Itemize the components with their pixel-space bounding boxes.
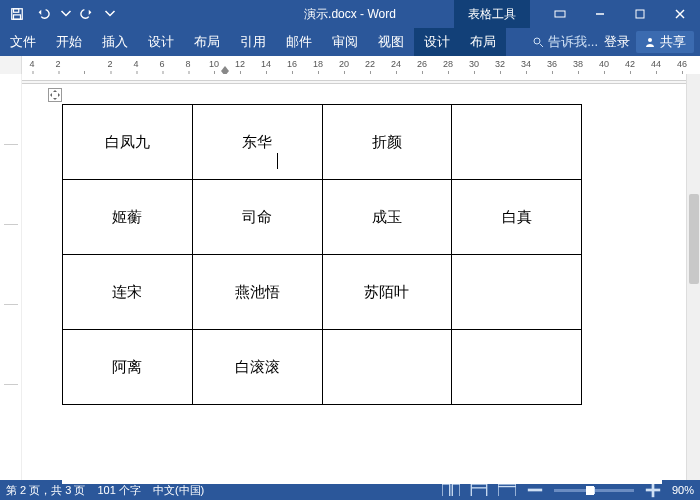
sign-in-link[interactable]: 登录 — [604, 33, 630, 51]
zoom-in-button[interactable] — [644, 483, 662, 497]
ribbon-tabs: 文件 开始 插入 设计 布局 引用 邮件 审阅 视图 设计 布局 告诉我... … — [0, 28, 700, 56]
ruler-tick: 34 — [521, 59, 531, 69]
table-row[interactable]: 连宋 燕池悟 苏陌叶 — [63, 255, 582, 330]
window-title: 演示.docx - Word — [304, 6, 396, 23]
qat-customize-icon[interactable] — [104, 8, 116, 20]
ruler-tick: 4 — [133, 59, 138, 69]
ruler-tick: 44 — [651, 59, 661, 69]
ruler-tick: 2 — [107, 59, 112, 69]
web-layout-button[interactable] — [498, 483, 516, 497]
table-cell[interactable]: 姬蘅 — [63, 180, 193, 255]
title-bar: 演示.docx - Word 表格工具 — [0, 0, 700, 28]
table-cell[interactable]: 折颜 — [322, 105, 452, 180]
ruler-tick: 38 — [573, 59, 583, 69]
table-cell[interactable]: 白滚滚 — [192, 330, 322, 405]
undo-dropdown-icon[interactable] — [60, 8, 72, 20]
table-cell[interactable]: 阿离 — [63, 330, 193, 405]
ruler-tick: 26 — [417, 59, 427, 69]
tab-insert[interactable]: 插入 — [92, 28, 138, 56]
tab-design[interactable]: 设计 — [138, 28, 184, 56]
svg-point-8 — [534, 38, 540, 44]
svg-rect-2 — [14, 15, 21, 19]
table-cell[interactable] — [452, 330, 582, 405]
table-cell[interactable]: 成玉 — [322, 180, 452, 255]
tab-file[interactable]: 文件 — [0, 28, 46, 56]
tab-layout[interactable]: 布局 — [184, 28, 230, 56]
horizontal-ruler[interactable]: 4224681012141618202224262830323436384042… — [22, 56, 700, 74]
share-button[interactable]: 共享 — [636, 31, 694, 53]
share-label: 共享 — [660, 33, 686, 51]
table-row[interactable]: 姬蘅 司命 成玉 白真 — [63, 180, 582, 255]
scrollbar-thumb[interactable] — [689, 194, 699, 284]
language-status[interactable]: 中文(中国) — [153, 483, 204, 498]
tab-stop-marker[interactable] — [218, 69, 226, 74]
ruler-corner — [0, 56, 22, 74]
svg-rect-13 — [471, 484, 486, 497]
table-cell[interactable]: 连宋 — [63, 255, 193, 330]
window-controls — [540, 0, 700, 28]
table-row[interactable]: 白凤九 东华 折颜 — [63, 105, 582, 180]
table-cell[interactable]: 苏陌叶 — [322, 255, 452, 330]
ruler-tick: 6 — [159, 59, 164, 69]
ruler-tick: 12 — [235, 59, 245, 69]
ruler-tick: 22 — [365, 59, 375, 69]
table-cell[interactable]: 司命 — [192, 180, 322, 255]
ruler-tick: 18 — [313, 59, 323, 69]
tab-view[interactable]: 视图 — [368, 28, 414, 56]
svg-rect-3 — [555, 11, 565, 17]
svg-line-9 — [540, 44, 543, 47]
ribbon-display-button[interactable] — [540, 0, 580, 28]
vertical-scrollbar[interactable] — [686, 74, 700, 480]
page-count[interactable]: 第 2 页，共 3 页 — [6, 483, 85, 498]
word-count[interactable]: 101 个字 — [97, 483, 140, 498]
ruler-tick: 2 — [55, 59, 60, 69]
tab-table-design[interactable]: 设计 — [414, 28, 460, 56]
tab-references[interactable]: 引用 — [230, 28, 276, 56]
save-button[interactable] — [6, 3, 28, 25]
table-move-handle[interactable] — [48, 88, 62, 102]
print-layout-button[interactable] — [470, 483, 488, 497]
ruler-tick: 30 — [469, 59, 479, 69]
minimize-button[interactable] — [580, 0, 620, 28]
table-cell[interactable]: 白凤九 — [63, 105, 193, 180]
ruler-tick: 20 — [339, 59, 349, 69]
vertical-ruler[interactable] — [0, 74, 22, 480]
tab-table-layout[interactable]: 布局 — [460, 28, 506, 56]
zoom-slider-thumb[interactable] — [586, 486, 594, 495]
close-button[interactable] — [660, 0, 700, 28]
table-cell[interactable]: 东华 — [192, 105, 322, 180]
tab-review[interactable]: 审阅 — [322, 28, 368, 56]
undo-button[interactable] — [32, 3, 54, 25]
read-mode-button[interactable] — [442, 483, 460, 497]
svg-rect-11 — [442, 484, 450, 497]
redo-button[interactable] — [76, 3, 98, 25]
table-cell[interactable]: 燕池悟 — [192, 255, 322, 330]
ruler-tick: 14 — [261, 59, 271, 69]
ruler-mark — [4, 144, 18, 145]
maximize-button[interactable] — [620, 0, 660, 28]
page-area[interactable]: 白凤九 东华 折颜 姬蘅 司命 成玉 白真 连宋 燕池悟 苏陌叶 — [22, 74, 700, 480]
tab-mailings[interactable]: 邮件 — [276, 28, 322, 56]
table-cell[interactable] — [452, 255, 582, 330]
ruler-tick: 42 — [625, 59, 635, 69]
ruler-tick: 40 — [599, 59, 609, 69]
ruler-mark — [4, 384, 18, 385]
svg-point-10 — [648, 38, 652, 42]
content-table[interactable]: 白凤九 东华 折颜 姬蘅 司命 成玉 白真 连宋 燕池悟 苏陌叶 — [62, 104, 582, 405]
ruler-tick: 46 — [677, 59, 687, 69]
ruler-tick: 8 — [185, 59, 190, 69]
table-cell[interactable] — [452, 105, 582, 180]
tell-me-box[interactable]: 告诉我... — [532, 33, 598, 51]
quick-access-toolbar — [0, 3, 116, 25]
svg-rect-5 — [636, 10, 644, 18]
tell-me-label: 告诉我... — [548, 33, 598, 51]
ruler-tick: 16 — [287, 59, 297, 69]
table-cell[interactable]: 白真 — [452, 180, 582, 255]
zoom-slider[interactable] — [554, 489, 634, 492]
ruler-tick: 4 — [29, 59, 34, 69]
table-row[interactable]: 阿离 白滚滚 — [63, 330, 582, 405]
tab-home[interactable]: 开始 — [46, 28, 92, 56]
zoom-level[interactable]: 90% — [672, 484, 694, 496]
table-cell[interactable] — [322, 330, 452, 405]
zoom-out-button[interactable] — [526, 483, 544, 497]
